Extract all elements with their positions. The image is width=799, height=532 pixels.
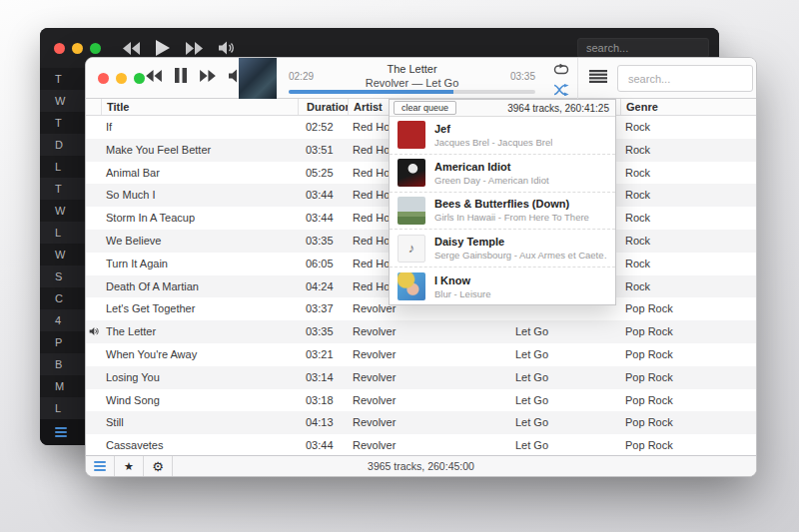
queue-item-subtitle: Serge Gainsbourg - Aux Armes et Caete… [434, 250, 607, 261]
playing-indicator-cell [86, 230, 101, 253]
cell-title: Make You Feel Better [101, 139, 298, 162]
cell-album: Let Go [510, 389, 620, 412]
next-track-icon[interactable] [186, 42, 203, 55]
status-footer: ★ ⚙ 3965 tracks, 260:45:00 [86, 455, 756, 476]
zoom-button[interactable] [134, 73, 145, 84]
cell-title: Still [101, 411, 298, 434]
back-library-list-icon[interactable] [55, 427, 67, 437]
queue-popup: clear queue 3964 tracks, 260:41:25 Jef J… [389, 99, 616, 305]
cell-artist: Revolver [348, 320, 510, 343]
column-header-title[interactable]: Title [101, 99, 298, 115]
cell-title: We Believe [101, 230, 298, 253]
front-traffic-lights [98, 73, 145, 84]
play-icon[interactable] [156, 40, 170, 56]
cell-genre: Rock [620, 139, 756, 162]
queue-item-album-art [398, 272, 425, 300]
queue-item-subtitle: Green Day - American Idiot [434, 175, 549, 186]
table-row[interactable]: Losing You 03:14 Revolver Let Go Pop Roc… [86, 366, 756, 389]
queue-item-title: American Idiot [434, 161, 549, 173]
table-row[interactable]: Cassavetes 03:44 Revolver Let Go Pop Roc… [86, 434, 756, 457]
cell-genre: Pop Rock [620, 343, 756, 366]
cell-duration: 03:44 [298, 184, 348, 207]
queue-item-subtitle: Girls In Hawaii - From Here To There [434, 212, 589, 223]
cell-duration: 03:51 [298, 139, 348, 162]
shuffle-icon[interactable] [553, 82, 569, 100]
current-album-art [239, 58, 277, 99]
queue-item[interactable]: Bees & Butterflies (Down) Girls In Hawai… [390, 193, 615, 231]
playing-indicator-cell [86, 207, 101, 230]
playing-indicator-cell [86, 366, 101, 389]
cell-duration: 04:13 [298, 411, 348, 434]
cell-genre: Rock [620, 253, 756, 275]
close-button[interactable] [98, 73, 109, 84]
cell-genre: Rock [620, 116, 756, 139]
volume-icon[interactable] [219, 41, 235, 55]
cell-album: Let Go [510, 366, 620, 389]
playing-indicator-cell [86, 162, 101, 185]
gear-icon: ⚙ [152, 460, 164, 473]
cell-genre: Rock [620, 207, 756, 230]
playing-indicator-cell [86, 116, 101, 139]
playlists-button[interactable]: ★ [115, 456, 144, 476]
queue-item[interactable]: American Idiot Green Day - American Idio… [390, 155, 615, 193]
table-row[interactable]: Still 04:13 Revolver Let Go Pop Rock [86, 411, 756, 434]
cell-genre: Pop Rock [620, 320, 756, 343]
column-header-duration[interactable]: Duration [298, 99, 348, 115]
cell-title: Animal Bar [101, 162, 298, 185]
repeat-icon[interactable] [553, 61, 569, 79]
playing-indicator-cell [86, 343, 101, 366]
cell-genre: Rock [620, 230, 756, 253]
queue-item[interactable]: Jef Jacques Brel - Jacques Brel [390, 117, 615, 155]
cell-duration: 03:21 [298, 343, 348, 366]
playing-indicator-cell [86, 275, 101, 298]
zoom-button[interactable] [90, 43, 101, 54]
cell-artist: Revolver [348, 343, 510, 366]
clear-queue-button[interactable]: clear queue [394, 101, 456, 115]
table-row[interactable]: The Letter 03:35 Revolver Let Go Pop Roc… [86, 320, 756, 343]
playing-indicator-cell [86, 434, 101, 457]
search-input[interactable] [617, 65, 753, 92]
library-list-icon [94, 461, 106, 471]
speaker-playing-icon [89, 321, 99, 343]
back-search-input[interactable] [577, 38, 709, 58]
table-row[interactable]: When You're Away 03:21 Revolver Let Go P… [86, 343, 756, 366]
cell-duration: 03:44 [298, 207, 348, 230]
table-row[interactable]: Wind Song 03:18 Revolver Let Go Pop Rock [86, 389, 756, 412]
cell-album: Let Go [510, 320, 620, 343]
cell-title: Turn It Again [101, 253, 298, 275]
pause-icon[interactable] [175, 68, 187, 83]
playing-indicator-cell [86, 184, 101, 207]
cell-genre: Rock [620, 184, 756, 207]
library-view-button[interactable] [86, 456, 115, 476]
minimize-button[interactable] [116, 73, 127, 84]
minimize-button[interactable] [72, 43, 83, 54]
cell-title: If [101, 116, 298, 139]
playing-indicator-cell [86, 320, 101, 343]
cell-genre: Pop Rock [620, 434, 756, 457]
previous-track-icon[interactable] [123, 42, 140, 55]
queue-item-album-art [398, 121, 425, 149]
queue-item[interactable]: ♪ Daisy Temple Serge Gainsbourg - Aux Ar… [390, 230, 615, 267]
queue-item-album-art [398, 159, 425, 187]
queue-item-title: I Know [434, 274, 491, 286]
cell-title: Cassavetes [101, 434, 298, 457]
elapsed-time: 02:29 [289, 71, 314, 82]
progress-bar[interactable] [289, 90, 535, 94]
close-button[interactable] [54, 43, 65, 54]
playing-indicator-cell [86, 411, 101, 434]
settings-button[interactable]: ⚙ [144, 456, 173, 476]
previous-track-icon[interactable] [146, 70, 162, 82]
cell-title: When You're Away [101, 343, 298, 366]
column-header-genre[interactable]: Genre [620, 99, 756, 115]
cell-duration: 03:35 [298, 320, 348, 343]
playing-indicator-cell [86, 139, 101, 162]
next-track-icon[interactable] [200, 70, 216, 82]
queue-list-icon[interactable] [589, 69, 609, 87]
cell-title: Death Of A Martian [101, 275, 298, 298]
queue-item[interactable]: I Know Blur - Leisure [390, 267, 615, 305]
back-traffic-lights [54, 43, 101, 54]
cell-title: So Much I [101, 184, 298, 207]
cell-title: Losing You [101, 366, 298, 389]
cell-title: Storm In A Teacup [101, 207, 298, 230]
cell-title: The Letter [101, 320, 298, 343]
